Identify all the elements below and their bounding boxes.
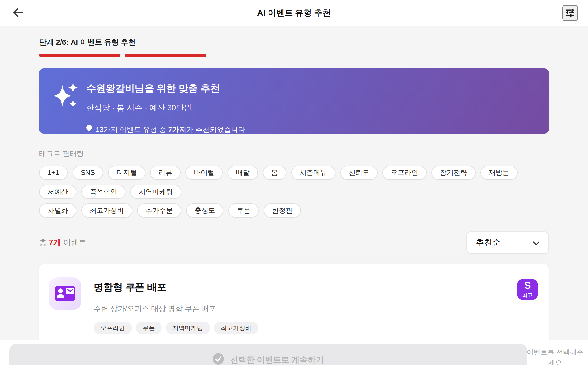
header: AI 이벤트 유형 추천 [0,0,588,26]
banner-title: 수원왕갈비님을 위한 맞춤 추천 [86,82,245,95]
filter-tag[interactable]: 리뷰 [150,166,181,180]
chevron-down-icon [533,238,539,248]
recommendation-banner: 수원왕갈비님을 위한 맞춤 추천 한식당 · 봄 시즌 · 예산 30만원 13… [39,68,549,134]
filter-tag[interactable]: 저예산 [39,185,76,199]
progress-segment [39,54,120,57]
filter-tag[interactable]: 신뢰도 [340,166,378,180]
filter-tag[interactable]: 디지털 [108,166,145,180]
selection-hint: 이벤트를 선택해주세요 [524,347,586,365]
results-count: 총 7개 이벤트 [39,237,86,248]
back-button[interactable] [10,5,26,21]
filter-tag[interactable]: 추가주문 [137,203,181,218]
event-tag: 지역마케팅 [166,322,210,334]
progress-segment [211,54,292,57]
step-label: 단계 2/6: AI 이벤트 유형 추천 [39,37,549,47]
event-tag-row: 오프라인 쿠폰 지역마케팅 최고가성비 [94,322,517,334]
lightbulb-icon [86,125,92,135]
event-title: 명함형 쿠폰 배포 [94,280,517,294]
banner-subtitle: 한식당 · 봄 시즌 · 예산 30만원 [86,103,245,113]
event-tag: 오프라인 [94,322,132,334]
event-tag: 최고가성비 [214,322,258,334]
filter-tag[interactable]: 쿠폰 [228,203,259,218]
filter-tag[interactable]: 봄 [263,166,286,180]
grade-letter: S [524,280,531,291]
results-count-number: 7개 [49,238,61,247]
filter-tag[interactable]: 충성도 [186,203,223,218]
filter-tag[interactable]: 지역마케팅 [130,185,181,199]
filter-tag[interactable]: 시즌메뉴 [291,166,335,180]
banner-info: 13가지 이벤트 유형 중 7가지가 추천되었습니다 [86,125,245,135]
continue-button-label: 선택한 이벤트로 계속하기 [230,354,324,365]
progress-segment [125,54,206,57]
contact-mail-icon [49,277,81,310]
progress-segment [382,54,463,57]
event-card-body: 명함형 쿠폰 배포 주변 상가/오피스 대상 명함 쿠폰 배포 오프라인 쿠폰 … [94,277,517,334]
banner-text: 수원왕갈비님을 위한 맞춤 추천 한식당 · 봄 시즌 · 예산 30만원 13… [86,79,245,135]
sort-dropdown-value: 추천순 [476,237,501,248]
page-title: AI 이벤트 유형 추천 [0,7,588,19]
grade-badge: S 최고 [517,279,538,300]
filter-tag[interactable]: 한정판 [264,203,301,218]
progress-segment [468,54,549,57]
banner-info-text: 13가지 이벤트 유형 중 7가지가 추천되었습니다 [96,125,245,135]
progress-bar [39,54,549,57]
progress-segment [296,54,377,57]
event-tag: 쿠폰 [136,322,162,334]
filter-section-label: 태그로 필터링 [39,149,549,159]
filter-tag[interactable]: 배달 [228,166,258,180]
check-circle-icon [213,353,224,365]
filter-tag[interactable]: 장기전략 [431,166,476,180]
main-content: 단계 2/6: AI 이벤트 유형 추천 수원왕갈비님을 위한 맞춤 추천 한식… [0,37,588,365]
filter-tag[interactable]: 즉석할인 [81,185,125,199]
tune-sliders-icon [565,8,575,18]
filter-settings-button[interactable] [562,5,578,21]
event-description: 주변 상가/오피스 대상 명함 쿠폰 배포 [94,304,517,314]
back-arrow-icon [12,8,23,18]
filter-tag-row-1: 1+1 SNS 디지털 리뷰 바이럴 배달 봄 시즌메뉴 신뢰도 오프라인 장기… [39,166,549,199]
grade-label: 최고 [522,291,533,299]
filter-tag[interactable]: SNS [73,166,103,180]
filter-tag[interactable]: 최고가성비 [81,203,132,218]
screen: AI 이벤트 유형 추천 단계 2/6: AI 이벤트 유형 추천 [0,0,588,365]
continue-button[interactable]: 선택한 이벤트로 계속하기 [9,344,527,365]
filter-tag-row-2: 차별화 최고가성비 추가주문 충성도 쿠폰 한정판 [39,203,549,218]
results-row: 총 7개 이벤트 추천순 [39,231,549,254]
filter-tag[interactable]: 오프라인 [382,166,427,180]
event-card-head: 명함형 쿠폰 배포 주변 상가/오피스 대상 명함 쿠폰 배포 오프라인 쿠폰 … [49,277,538,334]
filter-tag[interactable]: 차별화 [39,203,76,218]
filter-tag[interactable]: 바이럴 [185,166,223,180]
sparkles-icon [51,80,81,115]
bottom-bar: 선택한 이벤트로 계속하기 이벤트를 선택해주세요 [0,340,588,365]
sort-dropdown[interactable]: 추천순 [466,231,549,254]
filter-tag[interactable]: 1+1 [39,166,68,180]
filter-tag[interactable]: 재방문 [480,166,518,180]
